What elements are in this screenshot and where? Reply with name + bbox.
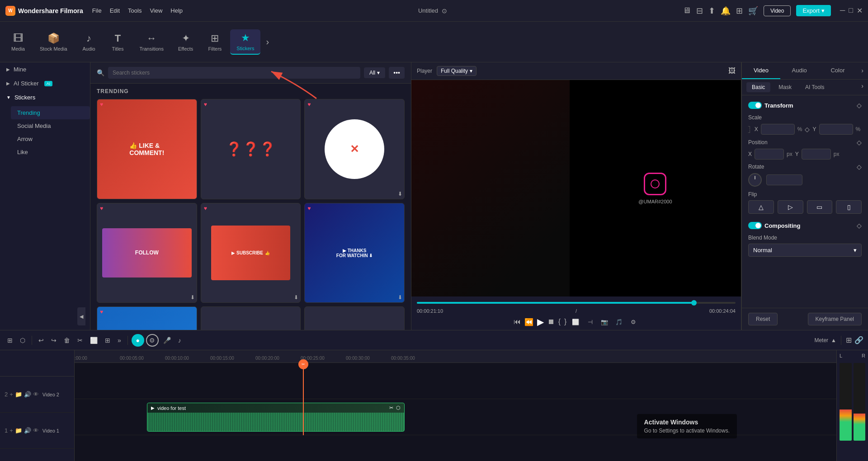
tool-effects[interactable]: ✦ Effects bbox=[172, 30, 199, 54]
tool-media[interactable]: 🎞 Media bbox=[5, 30, 32, 54]
sticker-thanks-blue[interactable]: ♥ ▶ THANKSFOR WATCHIN ⬇ ⬇ bbox=[304, 203, 405, 303]
close-button[interactable]: ✕ bbox=[857, 6, 863, 15]
playhead[interactable]: ✂ bbox=[303, 363, 304, 435]
cloud-icon[interactable]: ⬆ bbox=[708, 6, 715, 16]
track-add-icon[interactable]: + bbox=[9, 391, 13, 398]
menu-help[interactable]: Help bbox=[170, 7, 183, 14]
keyframe-panel-button[interactable]: Keyframe Panel bbox=[808, 313, 862, 325]
progress-bar[interactable] bbox=[417, 302, 736, 304]
menu-tools[interactable]: Tools bbox=[128, 7, 142, 14]
tl-pointer-button[interactable]: ⬡ bbox=[17, 335, 28, 346]
tl-undo-button[interactable]: ↩ bbox=[36, 335, 47, 346]
tl-cut-button[interactable]: ✂ bbox=[75, 335, 85, 346]
minimize-button[interactable]: ─ bbox=[840, 6, 845, 15]
quality-selector[interactable]: Full Quality ▾ bbox=[437, 66, 476, 76]
tool-filters[interactable]: ⊞ Filters bbox=[201, 30, 228, 54]
rotate-dial[interactable] bbox=[748, 173, 762, 187]
rotate-keyframe[interactable]: ◇ bbox=[857, 163, 862, 170]
step-back-button[interactable]: ⏪ bbox=[524, 318, 533, 326]
camera-button[interactable]: 📷 bbox=[599, 316, 610, 327]
video-clip[interactable]: ▶ video for test ✂ ⬡ bbox=[147, 403, 405, 432]
track-eye-toggle[interactable]: 👁 bbox=[33, 391, 39, 398]
download-icon-6[interactable]: ⬇ bbox=[398, 294, 402, 301]
tl-delete-button[interactable]: 🗑 bbox=[61, 335, 73, 346]
sticker-search-input[interactable] bbox=[108, 67, 360, 79]
menu-view[interactable]: View bbox=[150, 7, 162, 14]
sticker-follow[interactable]: ♥ FOLLOW ⬇ bbox=[97, 203, 197, 303]
sticker-filter-button[interactable]: All ▾ bbox=[364, 67, 385, 78]
sub-tab-more[interactable]: › bbox=[861, 82, 863, 92]
download-icon-4[interactable]: ⬇ bbox=[190, 294, 195, 301]
track-audio-toggle-1[interactable]: 🔊 bbox=[24, 427, 31, 434]
compositing-keyframe[interactable]: ◇ bbox=[857, 222, 862, 229]
skip-back-button[interactable]: ⏮ bbox=[514, 318, 521, 326]
bracket-open-button[interactable]: { bbox=[558, 318, 561, 326]
scale-x-keyframe[interactable]: ◇ bbox=[805, 126, 810, 133]
audio-waveform-button[interactable]: 🎵 bbox=[613, 316, 624, 327]
tl-mic-button[interactable]: 🎤 bbox=[160, 335, 174, 346]
transform-toggle[interactable] bbox=[748, 102, 762, 109]
tab-color[interactable]: Color bbox=[819, 62, 857, 79]
transform-keyframe-icon[interactable]: ◇ bbox=[857, 102, 862, 109]
tool-audio[interactable]: ♪ Audio bbox=[75, 30, 103, 54]
sidebar-item-trending[interactable]: Trending bbox=[11, 106, 90, 119]
sidebar-item-mine[interactable]: ▶ Mine bbox=[0, 62, 90, 76]
stop-button[interactable]: ⏹ bbox=[547, 318, 555, 326]
maximize-button[interactable]: □ bbox=[849, 6, 853, 15]
settings-button[interactable]: ⚙ bbox=[628, 316, 639, 327]
position-y-input[interactable]: 0.00 bbox=[802, 149, 831, 160]
sticker-thanks-watching-dark[interactable]: ♥ THANKSFORWATCHING ⬇ bbox=[97, 306, 197, 330]
shop-icon[interactable]: 🛒 bbox=[748, 6, 758, 16]
login-button[interactable]: Video bbox=[764, 5, 791, 16]
sticker-checkmark[interactable]: ✓ ⬇ bbox=[201, 306, 301, 330]
sticker-more-button[interactable]: ••• bbox=[389, 67, 405, 79]
tool-titles[interactable]: T Titles bbox=[104, 30, 132, 54]
track-folder-icon-1[interactable]: 📁 bbox=[15, 427, 22, 434]
flip-mirror-v-button[interactable]: ▯ bbox=[836, 200, 862, 214]
add-track-button[interactable]: ⊞ bbox=[846, 336, 852, 344]
flip-vertical-button[interactable]: ▷ bbox=[778, 200, 803, 214]
layout-icon[interactable]: ⊟ bbox=[696, 6, 703, 16]
track-add-icon-1[interactable]: + bbox=[9, 427, 13, 434]
rotate-value-input[interactable]: 0.00° bbox=[766, 174, 802, 185]
scale-y-input[interactable]: 100.00 bbox=[819, 124, 853, 135]
menu-file[interactable]: File bbox=[92, 7, 102, 14]
position-keyframe[interactable]: ◇ bbox=[857, 139, 862, 146]
tl-redo-button[interactable]: ↪ bbox=[48, 335, 59, 346]
track-audio-toggle[interactable]: 🔊 bbox=[24, 391, 31, 398]
track-link-button[interactable]: 🔗 bbox=[854, 336, 863, 344]
right-tab-more[interactable]: › bbox=[857, 62, 868, 79]
sidebar-item-social-media[interactable]: Social Media bbox=[11, 119, 90, 132]
panel-collapse-button[interactable]: ◀ bbox=[77, 307, 85, 325]
sidebar-item-arrow[interactable]: Arrow bbox=[11, 132, 90, 146]
monitor-icon[interactable]: 🖥 bbox=[683, 6, 691, 15]
tl-crop-button[interactable]: ⬜ bbox=[87, 335, 100, 346]
mark-in-button[interactable]: ⊣ bbox=[585, 316, 595, 327]
flip-horizontal-button[interactable]: △ bbox=[748, 200, 774, 214]
tool-transitions[interactable]: ↔ Transitions bbox=[133, 30, 170, 54]
tl-music-button[interactable]: ♪ bbox=[175, 335, 184, 346]
tab-video[interactable]: Video bbox=[742, 62, 780, 79]
download-icon-3[interactable]: ⬇ bbox=[398, 191, 402, 197]
scale-x-input[interactable]: 100.00 bbox=[761, 124, 795, 135]
screenshot-icon[interactable]: 🖼 bbox=[728, 67, 736, 75]
subtab-ai-tools[interactable]: AI Tools bbox=[800, 82, 830, 92]
split-button[interactable]: ⬜ bbox=[570, 316, 581, 327]
download-icon-5[interactable]: ⬇ bbox=[294, 294, 298, 301]
grid-icon[interactable]: ⊞ bbox=[736, 6, 743, 16]
playhead-handle[interactable]: ✂ bbox=[298, 359, 308, 369]
play-button[interactable]: ▶ bbox=[537, 316, 544, 327]
position-x-input[interactable]: 0.00 bbox=[755, 149, 784, 160]
progress-thumb[interactable] bbox=[691, 300, 697, 306]
toolbar-more-button[interactable]: › bbox=[262, 37, 273, 47]
tl-record-button[interactable]: ● bbox=[132, 334, 144, 347]
blend-mode-selector[interactable]: Normal ▾ bbox=[748, 244, 862, 257]
bracket-close-button[interactable]: } bbox=[564, 318, 566, 326]
sticker-curl-arrow[interactable]: ↩ ⬇ bbox=[304, 306, 405, 330]
menu-edit[interactable]: Edit bbox=[110, 7, 120, 14]
reset-button[interactable]: Reset bbox=[748, 313, 778, 325]
compositing-toggle[interactable] bbox=[748, 222, 762, 229]
tab-audio[interactable]: Audio bbox=[780, 62, 819, 79]
export-button[interactable]: Export ▾ bbox=[796, 5, 831, 16]
flip-mirror-h-button[interactable]: ▭ bbox=[807, 200, 833, 214]
